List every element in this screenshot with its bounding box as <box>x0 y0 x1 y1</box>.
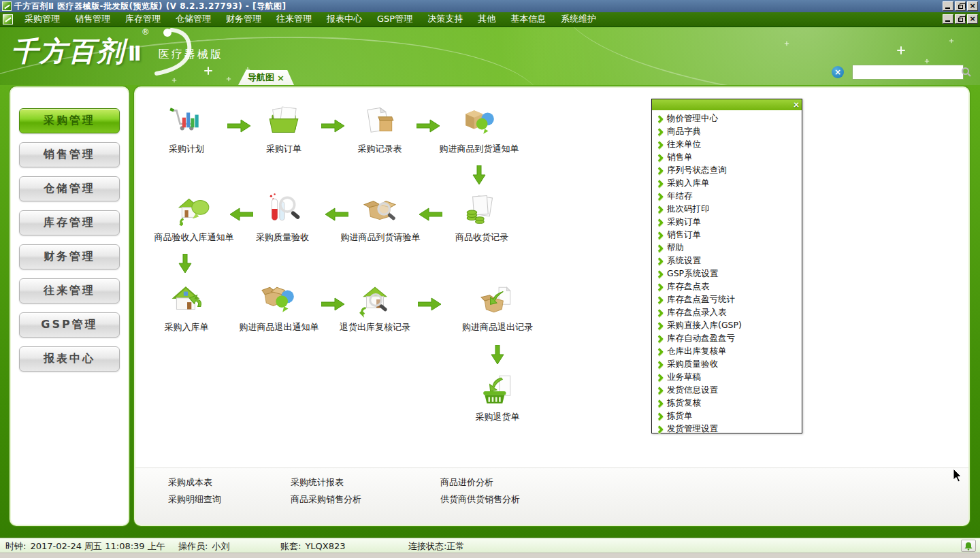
quick-panel-item-label: 拣货复核 <box>667 397 701 409</box>
minimize-button[interactable] <box>943 1 953 11</box>
menu-item[interactable]: 采购管理 <box>17 12 67 26</box>
chevron-right-icon <box>655 309 663 316</box>
flow-node[interactable]: 商品收货记录 <box>427 193 536 244</box>
quick-panel-item[interactable]: 销售订单 <box>655 229 802 242</box>
chevron-right-icon <box>655 283 663 291</box>
sidebar-button[interactable]: 仓储管理 <box>19 176 120 201</box>
tab-navigation-map[interactable]: 导航图 × <box>238 70 294 85</box>
quick-panel-item[interactable]: 年结存 <box>655 190 802 203</box>
sidebar-button[interactable]: 库存管理 <box>19 210 120 235</box>
quick-panel-item[interactable]: 库存盘点盈亏统计 <box>655 293 802 306</box>
quick-panel-item[interactable]: 业务草稿 <box>655 371 802 384</box>
flow-node[interactable]: 退货出库复核记录 <box>321 282 429 333</box>
quick-panel-item[interactable]: 商品字典 <box>655 125 802 138</box>
report-link[interactable]: 供货商供货销售分析 <box>440 493 520 506</box>
app-icon <box>3 14 13 24</box>
account-value: YLQX823 <box>305 541 345 551</box>
flow-node-label: 商品验收入库通知单 <box>154 231 234 244</box>
flow-node-label: 购进商品退出记录 <box>462 321 533 333</box>
quick-panel-item[interactable]: 采购入库单 <box>655 177 802 190</box>
sidebar-button[interactable]: 采购管理 <box>19 108 120 133</box>
close-button[interactable]: × <box>967 1 978 11</box>
quick-panel-item[interactable]: 库存盘点录入表 <box>655 306 802 319</box>
flow-node-label: 采购记录表 <box>358 143 402 155</box>
menu-item[interactable]: 往来管理 <box>269 12 319 26</box>
chevron-right-icon <box>655 387 663 394</box>
menu-item[interactable]: 销售管理 <box>67 12 118 26</box>
menu-item[interactable]: 决策支持 <box>420 12 470 26</box>
quick-panel-item[interactable]: 帮助 <box>655 242 802 255</box>
house-magnifier-icon <box>357 282 393 318</box>
flow-node[interactable]: 购进商品退出通知单 <box>225 282 333 333</box>
chevron-right-icon <box>655 244 663 252</box>
report-link[interactable]: 采购明细查询 <box>168 493 221 506</box>
tab-close-icon[interactable]: × <box>277 73 284 83</box>
menu-item[interactable]: GSP管理 <box>370 12 420 26</box>
quick-panel-item-label: 序列号状态查询 <box>667 165 727 176</box>
testtube-magnifier-icon <box>265 193 300 228</box>
brand-logo: 千方百剂Ⅱ® 医疗器械版 <box>11 33 223 70</box>
menu-item[interactable]: 基本信息 <box>503 12 553 26</box>
quick-panel-item[interactable]: 拣货复核 <box>655 397 802 410</box>
quick-panel-item-label: 往来单位 <box>667 139 701 150</box>
sidebar-button[interactable]: 往来管理 <box>19 278 120 303</box>
flow-node[interactable]: 购进商品退出记录 <box>443 282 552 333</box>
logo-text: 千方百剂 <box>11 35 125 67</box>
chevron-right-icon <box>655 374 663 381</box>
arrow-down-icon <box>491 345 504 365</box>
quick-panel-item[interactable]: 发货管理设置 <box>655 423 802 436</box>
quick-panel-item-label: 库存盘点录入表 <box>667 307 727 318</box>
sidebar-button[interactable]: 财务管理 <box>19 244 120 269</box>
quick-panel-item[interactable]: 往来单位 <box>655 138 802 151</box>
quick-panel-item[interactable]: 采购订单 <box>655 216 802 229</box>
search-box <box>852 65 964 80</box>
quick-panel-item[interactable]: 库存自动盘盈盘亏 <box>655 332 802 345</box>
child-restore-button[interactable] <box>955 14 966 24</box>
quick-panel-item[interactable]: 库存盘点表 <box>655 280 802 293</box>
quick-panel-item[interactable]: 发货信息设置 <box>655 384 802 397</box>
report-link[interactable]: 采购成本表 <box>168 476 221 489</box>
quick-panel-item[interactable]: 物价管理中心 <box>655 112 802 125</box>
report-link[interactable]: 商品采购销售分析 <box>291 493 361 506</box>
menu-item[interactable]: 财务管理 <box>218 12 269 26</box>
flow-node[interactable]: 商品验收入库通知单 <box>140 193 248 244</box>
chevron-right-icon <box>655 128 663 135</box>
quick-panel-item[interactable]: 系统设置 <box>655 255 802 267</box>
quick-panel-item[interactable]: 批次码打印 <box>655 203 802 216</box>
chevron-right-icon <box>655 154 663 161</box>
quick-panel-item[interactable]: 拣货单 <box>655 410 802 423</box>
search-close-button[interactable]: × <box>832 66 844 78</box>
menu-item[interactable]: 仓储管理 <box>168 12 218 26</box>
quick-panel-item-label: 库存盘点盈亏统计 <box>667 294 735 306</box>
sidebar-button[interactable]: GSP管理 <box>19 312 120 338</box>
menu-item[interactable]: 库存管理 <box>118 12 168 26</box>
chevron-right-icon <box>655 348 663 355</box>
quick-panel-close-icon[interactable]: × <box>793 101 800 109</box>
quick-panel-item[interactable]: 序列号状态查询 <box>655 164 802 177</box>
quick-panel-item[interactable]: 采购直接入库(GSP) <box>655 319 802 332</box>
search-input[interactable] <box>853 66 960 78</box>
registered-mark: ® <box>142 27 150 37</box>
menu-item[interactable]: 报表中心 <box>319 12 370 26</box>
report-link[interactable]: 商品进价分析 <box>440 476 520 489</box>
flow-node[interactable]: 采购退货单 <box>443 372 552 423</box>
quick-panel-item[interactable]: 采购质量验收 <box>655 358 802 371</box>
arrow-down-icon <box>178 254 192 274</box>
child-minimize-button[interactable] <box>943 14 953 24</box>
app-icon <box>2 1 12 11</box>
chevron-right-icon <box>655 180 663 187</box>
sidebar-button[interactable]: 销售管理 <box>19 142 120 167</box>
flow-node[interactable]: 采购计划 <box>134 104 241 155</box>
quick-panel-item[interactable]: GSP系统设置 <box>655 267 802 280</box>
quick-panel-item[interactable]: 仓库出库复核单 <box>655 345 802 358</box>
flow-node[interactable]: 购进商品到货通知单 <box>425 104 534 155</box>
child-close-button[interactable]: × <box>967 14 978 24</box>
search-icon[interactable] <box>960 66 973 78</box>
restore-button[interactable] <box>955 1 966 11</box>
quick-panel-item[interactable]: 销售单 <box>655 151 802 164</box>
menu-item[interactable]: 系统维护 <box>553 12 604 26</box>
report-link[interactable]: 采购统计报表 <box>291 476 361 489</box>
menu-item[interactable]: 其他 <box>470 12 503 26</box>
notification-bell-button[interactable] <box>961 540 976 552</box>
sidebar-button[interactable]: 报表中心 <box>19 346 120 372</box>
